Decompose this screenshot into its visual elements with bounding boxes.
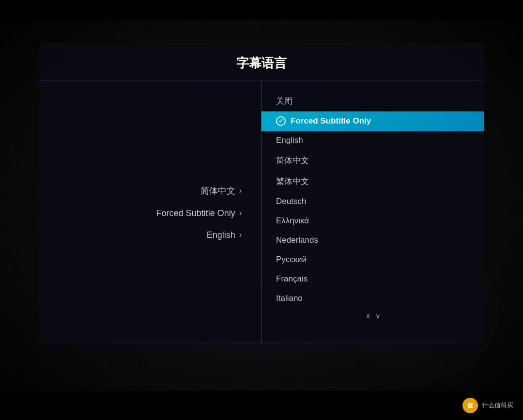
right-item-dutch[interactable]: Nederlands bbox=[262, 231, 484, 250]
scroll-arrows: ∧ ∨ bbox=[262, 308, 484, 320]
left-item-forced-subtitle[interactable]: Forced Subtitle Only › bbox=[156, 208, 242, 218]
right-panel: 关闭 ✓ Forced Subtitle Only English 简体中文 繁… bbox=[262, 81, 484, 344]
left-item-english[interactable]: English › bbox=[207, 230, 242, 240]
subtitle-language-dialog: 字幕语言 简体中文 › Forced Subtitle Only › Engli… bbox=[39, 44, 484, 342]
right-item-french-label: Français bbox=[276, 274, 308, 284]
left-panel: 简体中文 › Forced Subtitle Only › English › bbox=[39, 81, 262, 344]
right-item-traditional-chinese-label: 繁体中文 bbox=[276, 176, 309, 187]
right-item-french[interactable]: Français bbox=[262, 269, 484, 289]
scroll-up-arrow[interactable]: ∧ bbox=[366, 312, 370, 320]
right-item-deutsch-label: Deutsch bbox=[276, 197, 306, 206]
screen: 字幕语言 简体中文 › Forced Subtitle Only › Engli… bbox=[0, 0, 523, 420]
top-bar bbox=[0, 0, 523, 19]
left-item-simplified-chinese[interactable]: 简体中文 › bbox=[200, 185, 242, 197]
left-item-english-label: English bbox=[207, 230, 235, 240]
right-item-dutch-label: Nederlands bbox=[276, 235, 318, 245]
right-item-english-label: English bbox=[276, 136, 303, 145]
right-item-greek[interactable]: Ελληνικά bbox=[262, 211, 484, 231]
right-item-deutsch[interactable]: Deutsch bbox=[262, 192, 484, 211]
right-item-simplified-chinese[interactable]: 简体中文 bbox=[262, 150, 484, 171]
right-item-simplified-chinese-label: 简体中文 bbox=[276, 155, 309, 166]
left-item-forced-subtitle-arrow: › bbox=[239, 209, 242, 218]
check-icon: ✓ bbox=[276, 116, 286, 126]
left-item-english-arrow: › bbox=[239, 231, 242, 239]
right-item-italian[interactable]: Italiano bbox=[262, 289, 484, 308]
right-item-russian-label: Русский bbox=[276, 255, 307, 264]
right-item-forced-subtitle[interactable]: ✓ Forced Subtitle Only bbox=[262, 111, 484, 131]
right-item-russian[interactable]: Русский bbox=[262, 250, 484, 269]
right-item-greek-label: Ελληνικά bbox=[276, 216, 309, 226]
watermark-logo: 值 bbox=[462, 398, 478, 413]
right-item-traditional-chinese[interactable]: 繁体中文 bbox=[262, 171, 484, 192]
watermark: 值 什么值得买 bbox=[462, 398, 513, 413]
scroll-down-arrow[interactable]: ∨ bbox=[375, 312, 380, 320]
bottom-bar: 值 什么值得买 bbox=[0, 391, 523, 420]
left-item-simplified-chinese-label: 简体中文 bbox=[200, 185, 235, 197]
right-item-italian-label: Italiano bbox=[276, 294, 303, 303]
right-item-forced-subtitle-label: Forced Subtitle Only bbox=[291, 116, 371, 126]
watermark-text: 什么值得买 bbox=[482, 401, 513, 410]
left-item-simplified-chinese-arrow: › bbox=[239, 187, 242, 195]
right-item-english[interactable]: English bbox=[262, 131, 484, 150]
right-item-close-label: 关闭 bbox=[276, 95, 292, 107]
dialog-content: 简体中文 › Forced Subtitle Only › English › … bbox=[39, 81, 484, 344]
right-item-close[interactable]: 关闭 bbox=[262, 91, 484, 111]
dialog-title: 字幕语言 bbox=[39, 44, 484, 81]
left-item-forced-subtitle-label: Forced Subtitle Only bbox=[156, 208, 235, 218]
